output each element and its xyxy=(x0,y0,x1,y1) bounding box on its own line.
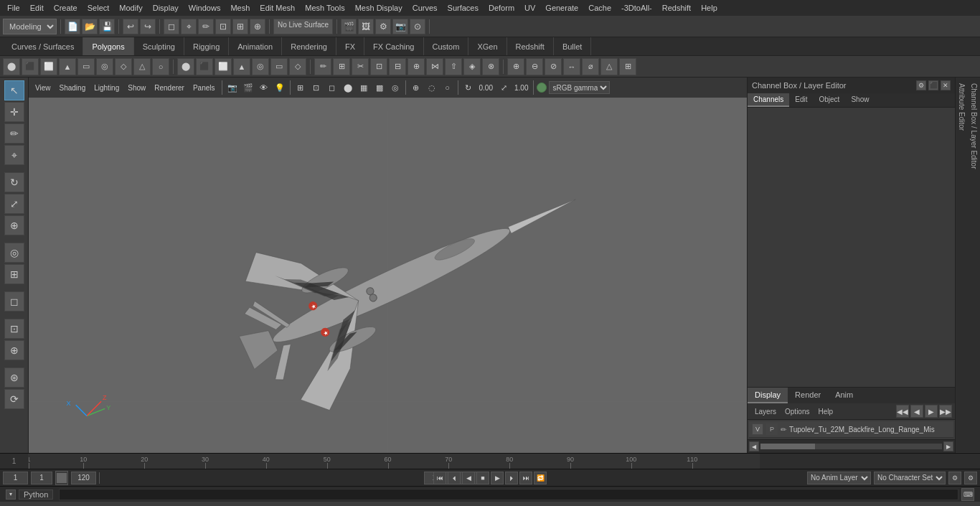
vp-wireframe-icon[interactable]: ◻ xyxy=(325,80,339,95)
vp-lighting-menu[interactable]: Lighting xyxy=(90,83,123,93)
snap-btn1[interactable]: ⊡ xyxy=(215,19,231,34)
tab-xgen[interactable]: XGen xyxy=(468,37,507,55)
tab-fx-caching[interactable]: FX Caching xyxy=(364,37,423,55)
paint-sel-btn[interactable]: ✏ xyxy=(4,123,24,144)
menu-redshift[interactable]: Redshift xyxy=(658,2,695,14)
menu-deform[interactable]: Deform xyxy=(484,2,519,14)
undo-btn[interactable]: ↩ xyxy=(123,19,138,34)
vp-film-icon[interactable]: 🎬 xyxy=(241,80,255,95)
loop-btn[interactable]: 🔁 xyxy=(534,472,547,484)
retopo-btn[interactable]: ⊞ xyxy=(619,58,636,75)
vp-smooth-icon[interactable]: ⬤ xyxy=(341,80,355,95)
menu-cache[interactable]: Cache xyxy=(584,2,616,14)
separate-btn[interactable]: ⊖ xyxy=(526,58,543,75)
camera-btn[interactable]: 📷 xyxy=(392,19,408,34)
layer-tab-anim[interactable]: Anim xyxy=(828,388,860,403)
plane-btn[interactable]: ▭ xyxy=(77,58,95,75)
gimbal-btn[interactable]: ⟳ xyxy=(4,389,24,409)
vp-renderer-menu[interactable]: Renderer xyxy=(151,83,188,93)
subdiv-sphere-btn[interactable]: ⬤ xyxy=(177,58,194,75)
menu-modify[interactable]: Modify xyxy=(115,2,146,14)
menu-3dtoall[interactable]: -3DtoAll- xyxy=(617,2,656,14)
python-input[interactable] xyxy=(59,489,958,500)
menu-mesh[interactable]: Mesh xyxy=(226,2,254,14)
menu-mesh-tools[interactable]: Mesh Tools xyxy=(301,2,349,14)
vp-show-menu[interactable]: Show xyxy=(124,83,149,93)
layer-visibility-btn[interactable]: V xyxy=(752,423,763,435)
play-fwd-btn[interactable]: ▶ xyxy=(491,472,504,484)
select-tool-btn[interactable]: ↖ xyxy=(4,80,24,100)
lasso-mode-btn[interactable]: ⌖ xyxy=(181,19,197,34)
subdiv-cyl-btn[interactable]: ⬜ xyxy=(215,58,232,75)
layer-opt-options[interactable]: Options xyxy=(781,406,814,417)
color-space-select[interactable]: sRGB gamma xyxy=(549,81,610,94)
vp-grid-icon[interactable]: ⊞ xyxy=(293,80,308,95)
viewport[interactable]: View Shading Lighting Show Renderer Pane… xyxy=(29,78,747,453)
cb-tab-object[interactable]: Object xyxy=(814,93,846,107)
menu-file[interactable]: File xyxy=(3,2,24,14)
menu-edit[interactable]: Edit xyxy=(26,2,48,14)
artisan-btn[interactable]: ⊛ xyxy=(4,367,24,388)
cb-tab-show[interactable]: Show xyxy=(845,93,875,107)
vp-light-icon[interactable]: 💡 xyxy=(273,80,287,95)
playback-marker[interactable] xyxy=(57,473,67,483)
layer-row-item[interactable]: V P ✏ Tupolev_Tu_22M_Backfire_Long_Range… xyxy=(749,421,953,438)
tab-sculpting[interactable]: Sculpting xyxy=(134,37,184,55)
menu-generate[interactable]: Generate xyxy=(541,2,583,14)
frame-start-input[interactable] xyxy=(31,472,52,484)
layer-playback-btn[interactable]: P xyxy=(766,423,778,435)
menu-create[interactable]: Create xyxy=(50,2,82,14)
scroll-track[interactable] xyxy=(760,444,942,449)
scroll-left-btn[interactable]: ◀ xyxy=(749,441,759,451)
layer-scroll-next-btn[interactable]: ▶ xyxy=(925,405,938,418)
play-back-btn[interactable]: ◀ xyxy=(462,472,475,484)
menu-curves[interactable]: Curves xyxy=(408,2,442,14)
cylinder-btn[interactable]: ⬜ xyxy=(40,58,57,75)
subdiv-plane-btn[interactable]: ▭ xyxy=(270,58,288,75)
ipr-btn[interactable]: 🖼 xyxy=(358,19,374,34)
sphere-btn[interactable]: ⬤ xyxy=(3,58,20,75)
char-set-settings-btn[interactable]: ⚙ xyxy=(948,472,961,484)
pen-tool-btn[interactable]: ✏ xyxy=(314,58,331,75)
render-settings-btn[interactable]: ⚙ xyxy=(375,19,391,34)
menu-uv[interactable]: UV xyxy=(520,2,540,14)
triangulate-btn[interactable]: △ xyxy=(600,58,618,75)
side-label-channel-box[interactable]: Channel Box / Layer Editor xyxy=(968,78,980,453)
subdiv-prism-btn[interactable]: ◇ xyxy=(289,58,306,75)
insert-edge-btn[interactable]: ⊟ xyxy=(389,58,406,75)
cb-tab-channels[interactable]: Channels xyxy=(748,93,789,107)
tab-rigging[interactable]: Rigging xyxy=(184,37,229,55)
open-file-btn[interactable]: 📂 xyxy=(82,19,98,34)
subdiv-torus-btn[interactable]: ◎ xyxy=(252,58,269,75)
subdiv-cone-btn[interactable]: ▲ xyxy=(233,58,250,75)
smooth-btn[interactable]: ⌀ xyxy=(582,58,599,75)
live-surface-btn[interactable]: No Live Surface xyxy=(273,19,333,34)
tab-rendering[interactable]: Rendering xyxy=(282,37,336,55)
vp-isolate-icon[interactable]: ⊕ xyxy=(409,80,423,95)
anim-settings-btn[interactable]: ⚙ xyxy=(964,472,977,484)
viewport-render-btn[interactable]: ⊙ xyxy=(410,19,425,34)
mode-selector[interactable]: Modeling xyxy=(3,19,57,34)
pyramid-btn[interactable]: △ xyxy=(133,58,151,75)
vp-shadow-icon[interactable]: ▩ xyxy=(372,80,387,95)
vp-texture-icon[interactable]: ▦ xyxy=(357,80,371,95)
pipe-btn[interactable]: ○ xyxy=(152,58,169,75)
cb-tab-edit[interactable]: Edit xyxy=(789,93,813,107)
go-to-first-btn[interactable]: ⏮ xyxy=(433,472,446,484)
marquee-btn[interactable]: ◻ xyxy=(4,291,24,311)
vp-cam-icon[interactable]: 📷 xyxy=(225,80,240,95)
menu-display[interactable]: Display xyxy=(149,2,183,14)
console-btn[interactable]: ⌨ xyxy=(961,488,974,501)
edge-tool-btn[interactable]: ⊞ xyxy=(333,58,350,75)
snap-grid-btn[interactable]: ⊞ xyxy=(4,264,24,284)
scroll-right-btn[interactable]: ▶ xyxy=(943,441,953,451)
vp-joint-icon[interactable]: ○ xyxy=(440,80,455,95)
go-to-last-btn[interactable]: ⏭ xyxy=(519,472,532,484)
snap-btn3[interactable]: ⊕ xyxy=(250,19,265,34)
rotate-tool-btn[interactable]: ↻ xyxy=(4,172,24,192)
paint-mode-btn[interactable]: ✏ xyxy=(198,19,214,34)
step-back-btn[interactable]: ⏴ xyxy=(448,472,461,484)
merge-btn[interactable]: ⊗ xyxy=(482,58,499,75)
anim-layer-select[interactable]: No Anim Layer xyxy=(807,472,871,484)
stop-btn[interactable]: ■ xyxy=(476,472,489,484)
